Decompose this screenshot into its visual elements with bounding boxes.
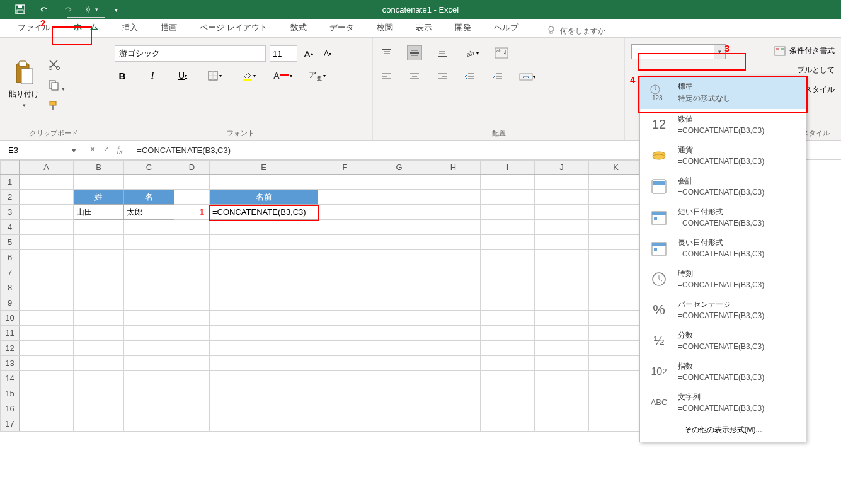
tab-review[interactable]: 校閲 [370, 18, 399, 37]
col-header[interactable]: E [210, 161, 318, 175]
tell-me[interactable]: 何をしますか [546, 25, 605, 37]
numfmt-item-number[interactable]: 12 数値=CONCATENATE(B3,C3) [640, 109, 806, 140]
increase-font-button[interactable]: A▴ [301, 46, 316, 61]
cell-E2[interactable]: 名前 [210, 190, 318, 205]
row-header[interactable]: 6 [1, 250, 20, 265]
ribbon-tabs: ファイル ホーム 挿入 描画 ページ レイアウト 数式 データ 校閲 表示 開発… [0, 19, 841, 38]
col-header[interactable]: I [481, 161, 535, 175]
paste-button[interactable]: 貼り付け ▾ [6, 57, 42, 111]
col-header[interactable]: F [318, 161, 372, 175]
col-header[interactable]: C [124, 161, 174, 175]
row-header[interactable]: 15 [1, 386, 20, 401]
row-header[interactable]: 10 [1, 311, 20, 326]
enter-formula-button[interactable]: ✓ [103, 145, 110, 155]
copy-button[interactable]: ▾ [48, 79, 65, 93]
row-header[interactable]: 1 [1, 175, 20, 190]
tab-draw[interactable]: 描画 [154, 18, 183, 37]
align-center-button[interactable] [407, 69, 422, 84]
row-header[interactable]: 13 [1, 356, 20, 371]
cell-E3[interactable]: =CONCATENATE(B3,C3) [210, 205, 318, 220]
undo-icon[interactable] [38, 3, 50, 16]
tab-page-layout[interactable]: ページ レイアウト [193, 18, 274, 37]
orientation-button[interactable]: ab▾ [462, 45, 481, 60]
col-header[interactable]: H [426, 161, 481, 175]
row-header[interactable]: 12 [1, 341, 20, 356]
cut-button[interactable] [48, 59, 65, 72]
row-header[interactable]: 17 [1, 416, 20, 432]
touch-mode-icon[interactable]: ▾ [86, 3, 98, 16]
decrease-indent-button[interactable] [462, 69, 478, 84]
align-left-button[interactable] [379, 69, 394, 84]
increase-indent-button[interactable] [490, 69, 505, 84]
numfmt-item-scientific[interactable]: 102 指数=CONCATENATE(B3,C3) [640, 356, 806, 387]
phonetic-button[interactable]: ア亜▾ [307, 68, 326, 83]
align-middle-button[interactable] [407, 45, 422, 60]
tab-view[interactable]: 表示 [409, 18, 438, 37]
numfmt-item-short-date[interactable]: 短い日付形式=CONCATENATE(B3,C3) [640, 202, 806, 232]
numfmt-item-long-date[interactable]: 長い日付形式=CONCATENATE(B3,C3) [640, 232, 806, 263]
tab-data[interactable]: データ [323, 18, 360, 37]
tab-formulas[interactable]: 数式 [284, 18, 313, 37]
row-header[interactable]: 11 [1, 326, 20, 341]
font-color-button[interactable]: A▾ [273, 68, 292, 83]
numfmt-item-percentage[interactable]: % パーセンテージ=CONCATENATE(B3,C3) [640, 294, 806, 325]
numfmt-item-general[interactable]: 123 標準特定の形式なし [640, 76, 806, 109]
cancel-formula-button[interactable]: ✕ [89, 145, 96, 155]
cell-B2[interactable]: 姓 [74, 190, 124, 205]
numfmt-item-time[interactable]: 時刻=CONCATENATE(B3,C3) [640, 263, 806, 294]
insert-function-button[interactable]: fx [117, 145, 122, 155]
row-header[interactable]: 16 [1, 401, 20, 416]
col-header[interactable]: K [589, 161, 643, 175]
cell-B3[interactable]: 山田 [74, 205, 124, 220]
name-box-dropdown-icon[interactable]: ▾ [69, 144, 79, 157]
font-size-combo[interactable] [270, 45, 297, 62]
align-top-button[interactable] [379, 45, 394, 60]
align-bottom-button[interactable] [435, 45, 450, 60]
row-header[interactable]: 14 [1, 371, 20, 386]
row-header[interactable]: 2 [1, 190, 20, 205]
cell-C2[interactable]: 名 [124, 190, 174, 205]
wrap-text-button[interactable]: ab [494, 45, 509, 60]
row-header[interactable]: 7 [1, 265, 20, 280]
col-header[interactable]: J [535, 161, 589, 175]
qat-customize-icon[interactable]: ▾ [110, 3, 122, 16]
row-header[interactable]: 4 [1, 220, 20, 235]
format-as-table-button[interactable]: ブルとして [797, 65, 835, 76]
tab-help[interactable]: ヘルプ [488, 18, 525, 37]
underline-button[interactable]: U ▾ [175, 68, 190, 83]
select-all-corner[interactable] [1, 161, 20, 175]
col-header[interactable]: B [74, 161, 124, 175]
row-header[interactable]: 3 [1, 205, 20, 220]
conditional-formatting-button[interactable]: 条件付き書式 [774, 45, 835, 56]
format-painter-button[interactable] [48, 100, 65, 113]
number-format-combo[interactable]: ▾ [631, 44, 726, 59]
number-format-dropdown-icon[interactable]: ▾ [714, 45, 725, 59]
tab-home[interactable]: ホーム [67, 17, 105, 37]
decrease-font-button[interactable]: A▾ [320, 46, 335, 61]
numfmt-more-formats[interactable]: その他の表示形式(M)... [640, 418, 806, 442]
row-header[interactable]: 9 [1, 295, 20, 311]
align-right-button[interactable] [435, 69, 450, 84]
col-header[interactable]: G [372, 161, 426, 175]
row-header[interactable]: 5 [1, 235, 20, 250]
tab-developer[interactable]: 開発 [449, 18, 478, 37]
save-icon[interactable] [14, 3, 26, 16]
font-name-combo[interactable] [115, 45, 266, 62]
italic-button[interactable]: I [145, 68, 160, 83]
row-header[interactable]: 8 [1, 280, 20, 295]
numfmt-item-text[interactable]: ABC 文字列=CONCATENATE(B3,C3) [640, 387, 806, 418]
tab-insert[interactable]: 挿入 [115, 18, 144, 37]
numfmt-item-accounting[interactable]: 会計=CONCATENATE(B3,C3) [640, 171, 806, 202]
col-header[interactable]: A [20, 161, 74, 175]
bold-button[interactable]: B [115, 68, 130, 83]
col-header[interactable]: D [174, 161, 210, 175]
numfmt-item-currency[interactable]: 通貨=CONCATENATE(B3,C3) [640, 140, 806, 171]
redo-icon[interactable] [62, 3, 74, 16]
numfmt-item-fraction[interactable]: ½ 分数=CONCATENATE(B3,C3) [640, 325, 806, 356]
merge-center-button[interactable]: ▾ [518, 69, 537, 84]
cell-C3[interactable]: 太郎 [124, 205, 174, 220]
fill-color-button[interactable]: ▾ [239, 68, 258, 83]
tab-file[interactable]: ファイル [11, 18, 57, 37]
borders-button[interactable]: ▾ [205, 68, 224, 83]
name-box[interactable]: E3 ▾ [4, 144, 79, 158]
